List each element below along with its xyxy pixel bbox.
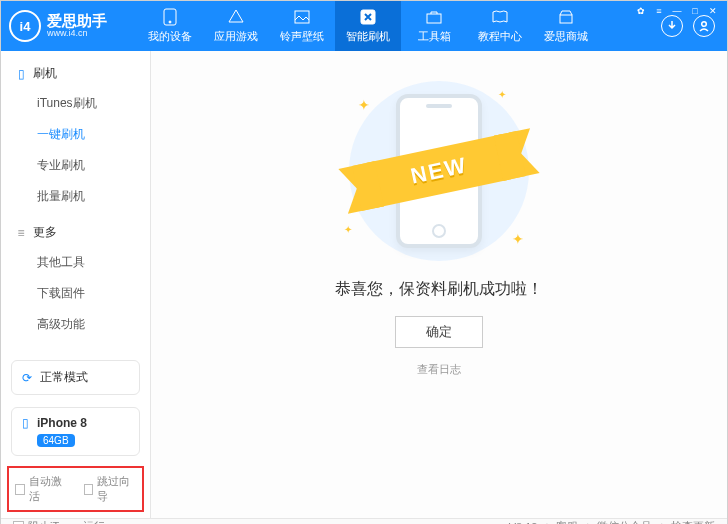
checkbox-label: 阻止iTunes运行 [28,519,105,524]
checkbox-label: 自动激活 [29,474,68,504]
mode-box[interactable]: ⟳ 正常模式 [11,360,140,395]
logo-circle-icon: i4 [9,10,41,42]
title-right-buttons [661,15,715,37]
device-icon: ▯ [15,67,27,81]
sidebar-item-oneclick-flash[interactable]: 一键刷机 [1,119,150,150]
brand-name: 爱思助手 [47,13,107,30]
nav-flash[interactable]: 智能刷机 [335,1,401,51]
check-update-link[interactable]: 检查更新 [671,519,715,524]
tshirt-icon[interactable]: ✿ [635,5,647,17]
window-controls-top: ✿ ≡ — □ ✕ [635,5,719,17]
mode-label: 正常模式 [40,369,88,386]
sidebar-item-itunes-flash[interactable]: iTunes刷机 [1,88,150,119]
wallpaper-icon [293,8,311,26]
nav-label: 教程中心 [478,29,522,44]
download-button[interactable] [661,15,683,37]
more-icon: ≡ [15,226,27,240]
sparkle-icon: ✦ [344,224,352,235]
device-storage-badge: 64GB [37,434,75,447]
nav-tutorials[interactable]: 教程中心 [467,1,533,51]
brand-url: www.i4.cn [47,29,107,39]
sidebar-group-title: 更多 [33,224,57,241]
nav-label: 我的设备 [148,29,192,44]
toolbox-icon [425,8,443,26]
nav-label: 应用游戏 [214,29,258,44]
nav-my-device[interactable]: 我的设备 [137,1,203,51]
close-icon[interactable]: ✕ [707,5,719,17]
sparkle-icon: ✦ [358,97,370,113]
store-icon [557,8,575,26]
book-icon [491,8,509,26]
sidebar-group-title: 刷机 [33,65,57,82]
main-nav: 我的设备 应用游戏 铃声壁纸 智能刷机 工具箱 教程中心 [137,1,661,51]
flash-icon [359,8,377,26]
menu-icon[interactable]: ≡ [653,5,665,17]
nav-label: 工具箱 [418,29,451,44]
refresh-icon: ⟳ [22,371,32,385]
skip-guide-checkbox[interactable]: 跳过向导 [84,474,137,504]
nav-apps[interactable]: 应用游戏 [203,1,269,51]
phone-small-icon: ▯ [22,416,29,430]
user-button[interactable] [693,15,715,37]
support-link[interactable]: 客服 [556,519,578,524]
nav-ringtones[interactable]: 铃声壁纸 [269,1,335,51]
version-label: V8.12 [509,521,538,525]
ok-button[interactable]: 确定 [395,316,483,348]
svg-rect-5 [560,15,572,23]
sparkle-icon: ✦ [498,89,506,100]
block-itunes-checkbox[interactable]: 阻止iTunes运行 [13,519,105,524]
minimize-icon[interactable]: — [671,5,683,17]
sidebar: ▯ 刷机 iTunes刷机 一键刷机 专业刷机 批量刷机 ≡ 更多 其他工具 下… [1,51,151,518]
nav-toolbox[interactable]: 工具箱 [401,1,467,51]
nav-label: 智能刷机 [346,29,390,44]
svg-rect-2 [295,11,309,23]
app-logo: i4 爱思助手 www.i4.cn [9,10,137,42]
device-box[interactable]: ▯ iPhone 8 64GB [11,407,140,456]
sidebar-group-flash[interactable]: ▯ 刷机 [1,61,150,86]
sidebar-item-batch-flash[interactable]: 批量刷机 [1,181,150,212]
success-illustration: ✦ ✦ ✦ ✦ NEW [324,81,554,261]
checkbox-label: 跳过向导 [97,474,136,504]
svg-point-1 [169,21,171,23]
device-name: iPhone 8 [37,416,87,430]
main-content: ✦ ✦ ✦ ✦ NEW 恭喜您，保资料刷机成功啦！ 确定 查看日志 [151,51,727,518]
svg-rect-4 [427,14,441,23]
maximize-icon[interactable]: □ [689,5,701,17]
svg-point-6 [702,22,707,27]
sidebar-group-more[interactable]: ≡ 更多 [1,220,150,245]
sidebar-item-advanced[interactable]: 高级功能 [1,309,150,340]
sidebar-item-download-firmware[interactable]: 下载固件 [1,278,150,309]
apps-icon [227,8,245,26]
nav-store[interactable]: 爱思商城 [533,1,599,51]
nav-label: 铃声壁纸 [280,29,324,44]
phone-icon [161,8,179,26]
wechat-link[interactable]: 微信公众号 [597,519,652,524]
view-log-link[interactable]: 查看日志 [417,362,461,377]
sidebar-bottom-options: 自动激活 跳过向导 [7,466,144,512]
sidebar-item-pro-flash[interactable]: 专业刷机 [1,150,150,181]
sidebar-item-other-tools[interactable]: 其他工具 [1,247,150,278]
sparkle-icon: ✦ [512,231,524,247]
titlebar: ✿ ≡ — □ ✕ i4 爱思助手 www.i4.cn 我的设备 应用游戏 [1,1,727,51]
statusbar: 阻止iTunes运行 V8.12 | 客服 | 微信公众号 | 检查更新 [1,518,727,524]
nav-label: 爱思商城 [544,29,588,44]
success-message: 恭喜您，保资料刷机成功啦！ [335,279,543,300]
auto-activate-checkbox[interactable]: 自动激活 [15,474,68,504]
